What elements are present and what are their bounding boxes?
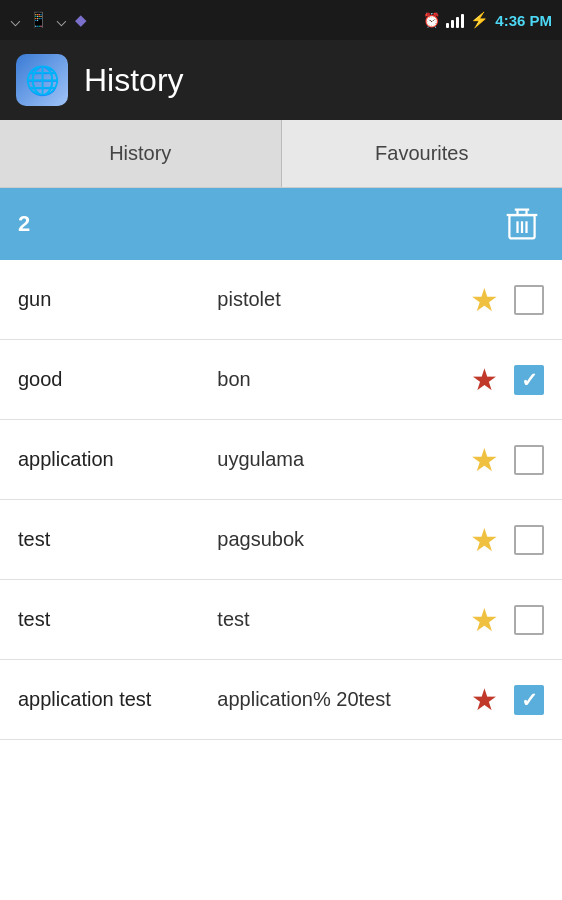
translation-text: pagsubok [217,528,454,551]
battery-icon: ⚡ [470,11,489,29]
star-button[interactable]: ★ [464,520,504,560]
app-notification-icon: ◆ [75,11,87,29]
word-text: good [18,368,207,391]
checkbox[interactable] [514,605,544,635]
translation-text: application% 20test [217,688,454,711]
tab-bar: History Favourites [0,120,562,188]
word-text: application [18,448,207,471]
checkmark-icon: ✓ [521,370,538,390]
usb-icon: ⌵ [10,9,21,31]
globe-icon: 🌐 [25,64,60,97]
checkbox[interactable] [514,445,544,475]
status-icons-right: ⏰ ⚡ 4:36 PM [423,11,552,29]
status-bar: ⌵ 📱 ⌵ ◆ ⏰ ⚡ 4:36 PM [0,0,562,40]
star-filled-icon: ★ [470,521,499,559]
selection-count: 2 [18,211,30,237]
checkmark-icon: ✓ [521,690,538,710]
app-title: History [84,62,184,99]
word-text: test [18,608,207,631]
star-button[interactable]: ★ [464,600,504,640]
checkbox[interactable] [514,285,544,315]
app-bar: 🌐 History [0,40,562,120]
translation-text: bon [217,368,454,391]
star-filled-icon: ★ [470,601,499,639]
list-item: good bon ★ ✓ [0,340,562,420]
trash-icon [504,206,540,242]
star-outline-icon: ★ [471,362,498,397]
signal-icon [446,12,464,28]
selection-bar: 2 [0,188,562,260]
star-filled-icon: ★ [470,441,499,479]
star-button[interactable]: ★ [464,360,504,400]
tab-favourites[interactable]: Favourites [282,120,563,187]
translation-text: test [217,608,454,631]
word-list: gun pistolet ★ good bon ★ ✓ application … [0,260,562,740]
list-item: application uygulama ★ [0,420,562,500]
list-item: test pagsubok ★ [0,500,562,580]
alarm-icon: ⏰ [423,12,440,28]
list-item: application test application% 20test ★ ✓ [0,660,562,740]
checkbox[interactable] [514,525,544,555]
translation-text: uygulama [217,448,454,471]
delete-button[interactable] [500,202,544,246]
checkbox[interactable]: ✓ [514,685,544,715]
star-outline-icon: ★ [471,682,498,717]
checkbox[interactable]: ✓ [514,365,544,395]
list-item: gun pistolet ★ [0,260,562,340]
star-button[interactable]: ★ [464,280,504,320]
word-text: gun [18,288,207,311]
status-time: 4:36 PM [495,12,552,29]
list-item: test test ★ [0,580,562,660]
star-button[interactable]: ★ [464,680,504,720]
app-logo: 🌐 [16,54,68,106]
status-icons-left: ⌵ 📱 ⌵ ◆ [10,9,87,31]
tab-history[interactable]: History [0,120,282,187]
star-filled-icon: ★ [470,281,499,319]
translation-text: pistolet [217,288,454,311]
word-text: application test [18,688,207,711]
word-text: test [18,528,207,551]
usb2-icon: ⌵ [56,9,67,31]
android-icon: 📱 [29,11,48,29]
star-button[interactable]: ★ [464,440,504,480]
